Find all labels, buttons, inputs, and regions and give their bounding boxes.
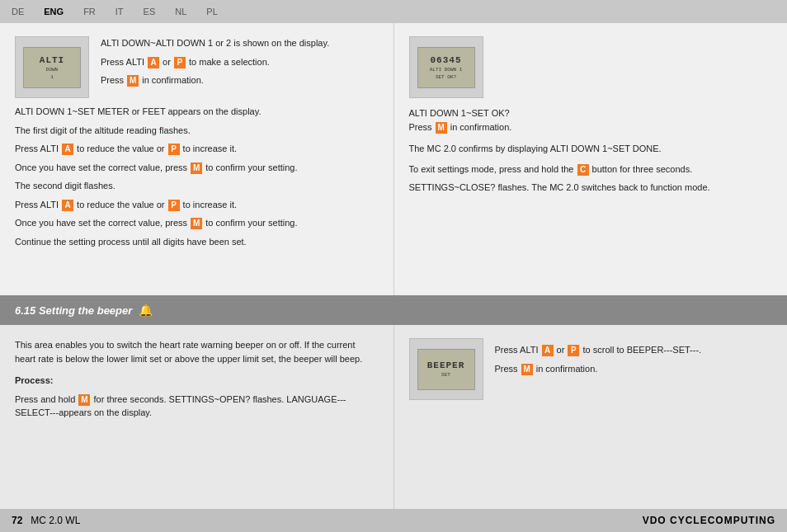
badge-m-bottom: M bbox=[78, 394, 90, 406]
top-left-body7: Once you have set the correct value, pre… bbox=[15, 216, 379, 230]
badge-p3: P bbox=[168, 200, 180, 211]
top-right-col: 06345 ALTI DOWN 1 SET OK? ALTI DOWN 1~SE… bbox=[394, 23, 788, 295]
badge-a-bottom: A bbox=[542, 345, 554, 356]
beeper-icon: 🔔 bbox=[139, 304, 153, 317]
top-left-body4: Once you have set the correct value, pre… bbox=[15, 161, 379, 175]
top-left-body6: Press ALTI A to reduce the value or P to… bbox=[15, 198, 379, 212]
badge-a: A bbox=[148, 57, 159, 68]
device-line2-bottom: SET bbox=[441, 372, 450, 378]
top-right-body2: To exit settings mode, press and hold th… bbox=[409, 162, 773, 177]
bottom-left-process-label: Process: bbox=[15, 374, 379, 388]
footer-brand: VDO CYCLECOMPUTING bbox=[643, 515, 775, 526]
top-right-body1: The MC 2.0 confirms by displaying ALTI D… bbox=[409, 142, 773, 156]
nav-pl[interactable]: PL bbox=[203, 5, 220, 18]
bottom-right-col: BEEPER SET Press ALTI A or P to scroll t… bbox=[394, 325, 788, 509]
page-number: 72 bbox=[12, 515, 22, 526]
nav-nl[interactable]: NL bbox=[172, 5, 190, 18]
badge-p: P bbox=[174, 57, 186, 68]
device-screen-topleft: ALTI DOWN 1 bbox=[23, 47, 81, 88]
nav-fr[interactable]: FR bbox=[80, 5, 99, 18]
badge-m3: M bbox=[191, 218, 202, 229]
badge-p-bottom: P bbox=[568, 345, 579, 356]
device-screen-bottomright: BEEPER SET bbox=[417, 349, 475, 390]
badge-a2: A bbox=[62, 144, 73, 155]
device-screen-sub: DOWN bbox=[46, 67, 58, 73]
device-sub-right: ALTI DOWN 1 bbox=[430, 67, 463, 73]
top-right-para1: ALTI DOWN 1~SET OK? Press M in confirmat… bbox=[409, 106, 773, 134]
device-digits-right: 06345 bbox=[430, 55, 461, 65]
footer-model: MC 2.0 WL bbox=[31, 515, 80, 526]
bottom-left-col: This area enables you to switch the hear… bbox=[0, 325, 394, 509]
nav-de[interactable]: DE bbox=[8, 5, 27, 18]
footer: 72 MC 2.0 WL VDO CYCLECOMPUTING bbox=[0, 509, 787, 532]
nav-es[interactable]: ES bbox=[140, 5, 159, 18]
bottom-section: This area enables you to switch the hear… bbox=[0, 325, 787, 509]
top-left-body8: Continue the setting process until all d… bbox=[15, 235, 379, 249]
top-section: ALTI DOWN 1 ALTI DOWN~ALTI DOWN 1 or 2 i… bbox=[0, 23, 787, 295]
top-left-body3: Press ALTI A to reduce the value or P to… bbox=[15, 142, 379, 156]
badge-m2: M bbox=[191, 162, 202, 174]
nav-eng[interactable]: ENG bbox=[40, 5, 67, 18]
top-left-body1: ALTI DOWN 1~SET METER or FEET appears on… bbox=[15, 105, 379, 119]
main-content: ALTI DOWN 1 ALTI DOWN~ALTI DOWN 1 or 2 i… bbox=[0, 23, 787, 509]
device-image-topleft: ALTI DOWN 1 bbox=[15, 36, 89, 98]
section-divider: 6.15 Setting the beeper 🔔 bbox=[0, 295, 787, 325]
badge-c-right: C bbox=[577, 164, 589, 176]
top-left-col: ALTI DOWN 1 ALTI DOWN~ALTI DOWN 1 or 2 i… bbox=[0, 23, 394, 295]
nav-it[interactable]: IT bbox=[112, 5, 127, 18]
device-screen-sub2: 1 bbox=[50, 74, 54, 80]
bottom-left-body1: This area enables you to switch the hear… bbox=[15, 338, 379, 365]
device-screen-text: ALTI bbox=[40, 55, 64, 65]
top-left-body2: The first digit of the altitude reading … bbox=[15, 124, 379, 138]
badge-p2: P bbox=[168, 144, 180, 155]
badge-a3: A bbox=[62, 200, 73, 211]
section-title: 6.15 Setting the beeper bbox=[15, 304, 132, 317]
bottom-left-process-body: Press and hold M for three seconds. SETT… bbox=[15, 393, 379, 420]
device-line1-bottom: BEEPER bbox=[427, 360, 465, 370]
device-image-topright: 06345 ALTI DOWN 1 SET OK? bbox=[409, 36, 483, 98]
nav-bar: DE ENG FR IT ES NL PL bbox=[0, 0, 787, 23]
device-sub2-right: SET OK? bbox=[436, 74, 456, 80]
top-left-body5: The second digit flashes. bbox=[15, 179, 379, 193]
top-right-body3: SETTINGS~CLOSE? flashes. The MC 2.0 swit… bbox=[409, 181, 773, 195]
device-image-bottomright: BEEPER SET bbox=[409, 338, 483, 400]
device-screen-topright: 06345 ALTI DOWN 1 SET OK? bbox=[417, 47, 475, 88]
badge-m-right: M bbox=[436, 122, 447, 134]
badge-m: M bbox=[127, 75, 139, 87]
badge-m-bottom2: M bbox=[521, 364, 533, 375]
